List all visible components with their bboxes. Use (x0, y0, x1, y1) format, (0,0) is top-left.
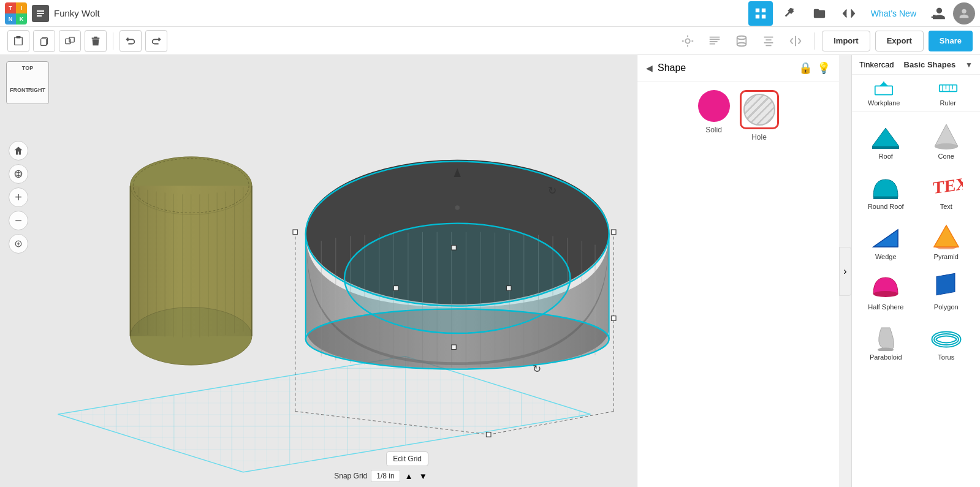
project-name[interactable]: Funky Wolt (54, 8, 100, 18)
toolbar-separator (113, 32, 113, 50)
whats-new-button[interactable]: What's New (866, 9, 921, 18)
notes-button[interactable] (704, 30, 726, 52)
grid-view-button[interactable] (748, 1, 773, 26)
main-shape[interactable] (306, 160, 609, 369)
projects-button[interactable] (807, 1, 832, 26)
light-bulb-button[interactable] (677, 30, 699, 52)
home-view-button[interactable] (9, 141, 28, 160)
svg-rect-83 (875, 86, 892, 94)
new-icon (13, 36, 24, 47)
panel-collapse-toggle[interactable]: › (839, 247, 851, 296)
svg-rect-1 (37, 13, 44, 14)
cube-face[interactable]: TOP FRONT RIGHT (6, 61, 49, 104)
shape-item-pyramid[interactable]: Pyramid (917, 217, 976, 265)
grid-icon (754, 7, 767, 20)
torus-icon (930, 323, 963, 351)
code-icon (842, 7, 856, 20)
cone-icon (930, 122, 963, 150)
cube-right-label: RIGHT (28, 87, 45, 93)
folder-icon (813, 7, 826, 20)
handle-tl[interactable] (293, 230, 298, 235)
notes-icon (708, 34, 721, 48)
rotate-handle-tr[interactable]: ↻ (548, 185, 556, 197)
logo-n: N (5, 13, 16, 25)
shapes-dropdown-arrow[interactable]: ▼ (965, 61, 973, 69)
view-cube[interactable]: TOP FRONT RIGHT (6, 61, 49, 104)
grid-plane (58, 357, 590, 472)
center-handle[interactable] (455, 205, 460, 210)
rotate-handle-br[interactable]: ↻ (533, 363, 541, 375)
panel-collapse-arrow[interactable]: ◀ (646, 63, 653, 73)
snap-grid-value[interactable]: 1/8 in (371, 470, 400, 482)
shape-item-wedge[interactable]: Wedge (857, 217, 915, 265)
svg-rect-4 (762, 8, 765, 12)
handle-top[interactable] (452, 245, 457, 250)
snap-grid-down-button[interactable]: ▼ (418, 472, 428, 481)
handle-tr[interactable] (611, 230, 616, 235)
workplane-button[interactable]: Workplane (852, 75, 916, 111)
canvas-3d[interactable]: ↻ ↻ (0, 55, 637, 487)
build-button[interactable] (778, 1, 802, 26)
shape-item-round-roof[interactable]: Round Roof (857, 167, 915, 215)
hole-label: Hole (751, 133, 767, 142)
code-button[interactable] (837, 1, 861, 26)
ruler-button[interactable]: Ruler (916, 75, 981, 111)
shape-item-cone[interactable]: Cone (917, 117, 976, 165)
roof-label: Roof (879, 153, 893, 160)
svg-rect-11 (41, 39, 47, 45)
handle-right[interactable] (506, 286, 511, 291)
zoom-in-button[interactable]: + (9, 187, 28, 207)
main-area: TOP FRONT RIGHT + − (0, 55, 980, 487)
snap-grid-label: Snap Grid (334, 472, 367, 480)
shape-item-text[interactable]: TEXT Text (917, 167, 976, 215)
wedge-label: Wedge (875, 253, 897, 260)
hole-option[interactable]: Hole (740, 90, 779, 142)
user-avatar[interactable] (953, 2, 975, 25)
roof-icon (869, 122, 902, 150)
shape-item-torus[interactable]: Torus (917, 318, 976, 366)
polygon-icon (930, 273, 963, 301)
logo-k: K (16, 13, 27, 25)
tinkercad-logo[interactable]: T I N K E R C A D (5, 2, 27, 25)
copy-button[interactable] (33, 30, 55, 52)
duplicate-button[interactable] (59, 30, 81, 52)
project-icon[interactable] (32, 5, 49, 22)
import-button[interactable]: Import (822, 31, 870, 51)
undo-button[interactable] (120, 30, 142, 52)
log-shape[interactable] (131, 157, 252, 365)
svg-point-14 (686, 39, 690, 43)
edit-grid-button[interactable]: Edit Grid (386, 451, 428, 466)
shape-item-roof[interactable]: Roof (857, 117, 915, 165)
solid-label: Solid (705, 126, 722, 134)
zoom-out-button[interactable]: − (9, 211, 28, 230)
fit-view-button[interactable] (9, 234, 28, 254)
handle-br[interactable] (611, 316, 616, 321)
handle-bot[interactable] (452, 345, 457, 350)
half-sphere-label: Half Sphere (868, 303, 903, 311)
snap-grid-up-button[interactable]: ▲ (404, 472, 414, 481)
shapes-dropdown-button[interactable]: Basic Shapes (904, 60, 956, 69)
shape-item-polygon[interactable]: Polygon (917, 268, 976, 315)
handle-left[interactable] (393, 286, 398, 291)
handle-bl[interactable] (486, 432, 491, 437)
share-button[interactable]: Share (929, 31, 973, 51)
export-button[interactable]: Export (875, 31, 924, 51)
cylinder-button[interactable] (731, 30, 753, 52)
mirror-button[interactable] (784, 30, 807, 52)
shape-item-paraboloid[interactable]: Paraboloid (857, 318, 915, 366)
orbit-button[interactable] (9, 164, 28, 184)
hammer-icon (783, 7, 797, 20)
solid-circle-indicator (698, 90, 730, 122)
new-button[interactable] (7, 30, 29, 52)
svg-marker-102 (934, 247, 959, 249)
add-user-button[interactable] (926, 2, 948, 25)
align-button[interactable] (758, 30, 780, 52)
solid-option[interactable]: Solid (698, 90, 730, 142)
redo-button[interactable] (145, 30, 167, 52)
shape-type-selector: Solid Hole (637, 81, 839, 150)
shape-item-half-sphere[interactable]: Half Sphere (857, 268, 915, 315)
light-bulb-icon[interactable]: 💡 (817, 61, 830, 75)
delete-button[interactable] (85, 30, 107, 52)
lock-icon[interactable]: 🔒 (799, 61, 812, 75)
viewport[interactable]: TOP FRONT RIGHT + − (0, 55, 637, 487)
